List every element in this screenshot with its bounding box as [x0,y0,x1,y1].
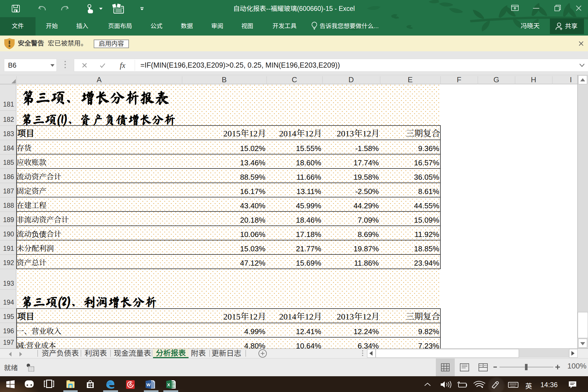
svg-text:fx: fx [120,61,126,70]
svg-text:W: W [146,382,151,387]
svg-text:X: X [167,382,170,387]
